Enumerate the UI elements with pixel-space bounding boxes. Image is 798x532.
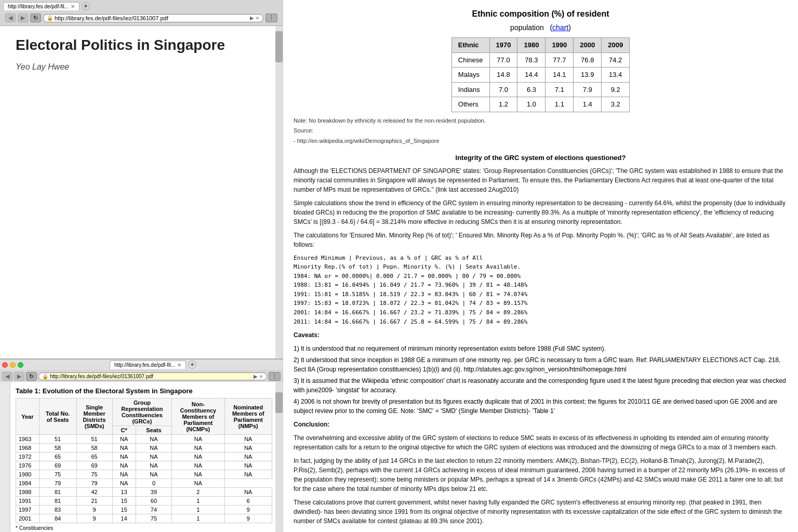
table-cell: NA — [112, 453, 136, 461]
ethnic-cell: 3.2 — [602, 97, 630, 112]
browser1-tab[interactable]: http://library.fes.de/pdf-fil... ✕ — [3, 2, 79, 10]
ethnic-cell: Malays — [451, 68, 489, 83]
table-cell: 79 — [39, 479, 76, 488]
window-min-btn[interactable] — [10, 362, 16, 368]
ethnic-col-header: 2000 — [574, 38, 602, 53]
caveat-item: 3) It is assumed that the Wikipedia 'eth… — [294, 376, 788, 395]
new-tab-button2[interactable]: + — [188, 361, 196, 369]
bookmark-icon[interactable]: ★ — [255, 15, 260, 21]
table-cell: NA — [224, 453, 272, 461]
calc-line: 1988: 13:81 = 16.0494% | 16.049 / 21.7 =… — [294, 281, 788, 290]
table-cell: NA — [172, 470, 224, 479]
calc-lines: Ensured Minimum | Previous, as a % of | … — [294, 254, 788, 327]
table-cell: 75 — [76, 470, 112, 479]
table-cell: 1968 — [16, 444, 39, 453]
calc-line: Minority Rep.(% of tot) | Popn. Minority… — [294, 262, 788, 272]
ethnic-cell: 74.2 — [602, 52, 630, 68]
table-cell: 13 — [112, 488, 136, 497]
menu-button2[interactable]: ⋮ — [269, 372, 281, 381]
table-cell: 58 — [39, 444, 76, 453]
address-input1[interactable]: http://library.fes.de/pdf-files/iez/0136… — [55, 15, 250, 21]
new-tab-button[interactable]: + — [82, 2, 90, 10]
table-cell: 1 — [172, 506, 224, 514]
ethnic-col-header: Ethnic — [451, 38, 489, 53]
caveat-item: 2) It understood that since inception in… — [294, 355, 788, 374]
tab2-close-icon[interactable]: ✕ — [177, 362, 181, 368]
col-ncmp: Non-ConstituencyMembers ofParliament(NCM… — [172, 398, 224, 435]
menu-button1[interactable]: ⋮ — [265, 14, 277, 22]
go-button[interactable]: ▶ — [250, 15, 254, 21]
window-close-btn[interactable] — [2, 362, 8, 368]
col-grc: GroupRepresentationConstituencies(GRCs) — [112, 398, 171, 426]
caveat-item: 4) 2006 is not shown for brevity of pres… — [294, 397, 788, 416]
conclusion-heading: Conclusion: — [294, 420, 788, 429]
table-cell: 15 — [112, 497, 136, 506]
ethnic-pop: population — [510, 23, 544, 32]
back-button2[interactable]: ◀ — [2, 372, 12, 381]
col-total: Total No.of Seats — [39, 398, 76, 435]
table-cell: 0 — [136, 479, 171, 488]
conclusion3: These calculations prove that current go… — [294, 498, 788, 526]
ethnic-cell: 9.2 — [602, 82, 630, 97]
table-cell: 1972 — [16, 453, 39, 461]
table-cell: NA — [224, 461, 272, 470]
table-cell: 14 — [112, 514, 136, 523]
ethnic-col-header: 1990 — [546, 38, 574, 53]
address-bar1: 🔒 http://library.fes.de/pdf-files/iez/01… — [43, 14, 263, 22]
ethnic-cell: 77.7 — [546, 52, 574, 68]
back-button[interactable]: ◀ — [5, 14, 16, 22]
table-cell: 83 — [39, 506, 76, 514]
ethnic-table: Ethnic19701980199020002009 Chinese77.078… — [451, 37, 630, 112]
table-cell: NA — [112, 444, 136, 453]
reload-button[interactable]: ↻ — [30, 14, 41, 22]
table-cell: NA — [172, 435, 224, 444]
table-cell: 21 — [76, 497, 112, 506]
para3: The calculations for 'Ensured Min. Minor… — [294, 231, 788, 249]
ethnic-cell: 77.0 — [489, 52, 517, 68]
calc-line: 2011: 14:84 = 16.6667% | 16.667 / 25.8 =… — [294, 317, 788, 327]
table-cell: 42 — [76, 488, 112, 497]
table-cell: 15 — [112, 506, 136, 514]
table-cell: NA — [224, 470, 272, 479]
reload-button2[interactable]: ↻ — [26, 372, 37, 381]
ethnic-section: Ethnic composition (%) of resident popul… — [294, 8, 788, 145]
table-cell: 9 — [224, 514, 272, 523]
table-cell: 58 — [76, 444, 112, 453]
table-cell: NA — [172, 453, 224, 461]
bookmark-icon2[interactable]: ★ — [259, 374, 263, 379]
address-input2[interactable]: http://library.fes.de/pdf-files/iez/0136… — [50, 374, 254, 379]
ethnic-title: Ethnic composition (%) of resident — [294, 8, 788, 20]
table-cell: NA — [112, 461, 136, 470]
table-cell: 79 — [76, 479, 112, 488]
table-cell: NA — [136, 453, 171, 461]
ethnic-note1: Note: No breakdown by ethnicity is relea… — [294, 116, 788, 125]
integrity-heading: Integrity of the GRC system of elections… — [294, 153, 788, 163]
table-footnote: * Constituencies — [16, 525, 272, 531]
table-cell: 1991 — [16, 497, 39, 506]
tab2-label: http://library.fes.de/pdf-fil... — [114, 362, 175, 368]
table-cell: 9 — [76, 506, 112, 514]
table-cell: NA — [112, 435, 136, 444]
tab1-close-icon[interactable]: ✕ — [71, 4, 75, 9]
address-bar2: 🔒 http://library.fes.de/pdf-files/iez/01… — [38, 373, 267, 380]
table-cell: NA — [112, 470, 136, 479]
forward-button[interactable]: ▶ — [18, 14, 28, 22]
table-cell: 9 — [224, 506, 272, 514]
ethnic-cell: 1.1 — [546, 97, 574, 112]
col-grc-c: C* — [112, 426, 136, 435]
window-max-btn[interactable] — [18, 362, 23, 368]
table-cell: 1997 — [16, 506, 39, 514]
go-button2[interactable]: ▶ — [254, 374, 258, 379]
right-panel: Ethnic composition (%) of resident popul… — [283, 0, 798, 532]
caveats-heading: Caveats: — [294, 330, 788, 340]
ethnic-cell: 6.3 — [517, 82, 546, 97]
table-cell: 75 — [39, 470, 76, 479]
calc-line: Ensured Minimum | Previous, as a % of | … — [294, 254, 788, 263]
browser2-tab[interactable]: http://library.fes.de/pdf-fil... ✕ — [110, 361, 186, 369]
chart-link[interactable]: chart — [552, 23, 568, 32]
forward-button2[interactable]: ▶ — [14, 372, 24, 381]
table-cell: 9 — [76, 514, 112, 523]
ethnic-cell: 1.4 — [574, 97, 602, 112]
ethnic-col-header: 1970 — [489, 38, 517, 53]
table-cell: 65 — [39, 453, 76, 461]
